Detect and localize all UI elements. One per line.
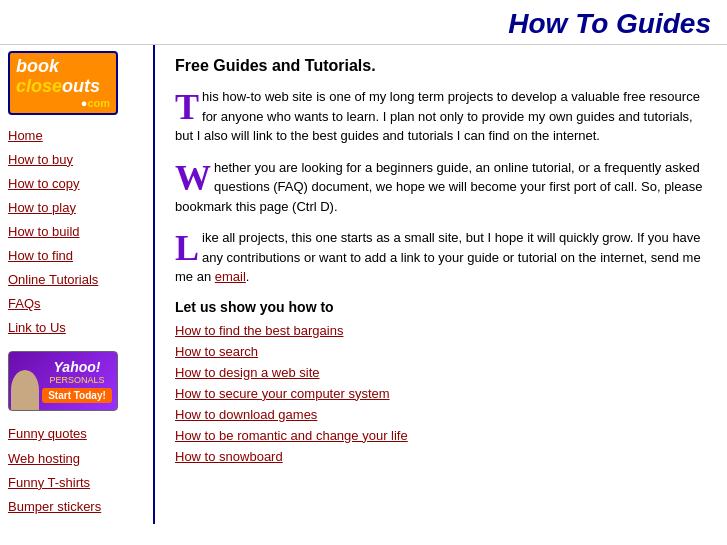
sidebar-link-home[interactable]: Home [8, 125, 145, 147]
sidebar-link-find[interactable]: How to find [8, 245, 145, 267]
guide-link-4[interactable]: How to download games [175, 407, 707, 422]
dropcap-1: T [175, 89, 199, 125]
paragraph-1: T his how-to web site is one of my long … [175, 87, 707, 146]
guide-link-6[interactable]: How to snowboard [175, 449, 707, 464]
sidebar-link-linkto[interactable]: Link to Us [8, 317, 145, 339]
yahoo-sub: PERSONALS [49, 375, 104, 385]
para1-text: his how-to web site is one of my long te… [175, 89, 700, 143]
sidebar-link-tshirts[interactable]: Funny T-shirts [8, 472, 145, 494]
guide-link-2[interactable]: How to design a web site [175, 365, 707, 380]
para3-end: . [246, 269, 250, 284]
dropcap-2: W [175, 160, 211, 196]
page-header: How To Guides [0, 0, 727, 45]
sidebar: book closeouts ●com Home How to buy How … [0, 45, 155, 524]
page-title: How To Guides [0, 8, 711, 40]
logo: book closeouts ●com [8, 51, 118, 115]
yahoo-banner[interactable]: Yahoo! PERSONALS Start Today! [8, 351, 118, 411]
sidebar-link-build[interactable]: How to build [8, 221, 145, 243]
sidebar-link-faqs[interactable]: FAQs [8, 293, 145, 315]
guide-link-5[interactable]: How to be romantic and change your life [175, 428, 707, 443]
logo-dotcom: ●com [16, 97, 110, 109]
guide-link-3[interactable]: How to secure your computer system [175, 386, 707, 401]
sidebar-link-quotes[interactable]: Funny quotes [8, 423, 145, 445]
yahoo-person-image [11, 370, 39, 410]
main-content: Free Guides and Tutorials. T his how-to … [155, 45, 727, 524]
layout: book closeouts ●com Home How to buy How … [0, 45, 727, 524]
logo-text: book closeouts [16, 57, 110, 97]
sidebar-link-hosting[interactable]: Web hosting [8, 448, 145, 470]
main-heading: Free Guides and Tutorials. [175, 57, 707, 75]
dropcap-3: L [175, 230, 199, 266]
email-link[interactable]: email [215, 269, 246, 284]
guide-link-0[interactable]: How to find the best bargains [175, 323, 707, 338]
section-title: Let us show you how to [175, 299, 707, 315]
para2-text: hether you are looking for a beginners g… [175, 160, 702, 214]
yahoo-start-button[interactable]: Start Today! [42, 388, 112, 403]
paragraph-2: W hether you are looking for a beginners… [175, 158, 707, 217]
guide-link-1[interactable]: How to search [175, 344, 707, 359]
sidebar-link-bumper[interactable]: Bumper stickers [8, 496, 145, 518]
sidebar-link-tutorials[interactable]: Online Tutorials [8, 269, 145, 291]
yahoo-logo: Yahoo! [54, 359, 101, 375]
sidebar-link-copy[interactable]: How to copy [8, 173, 145, 195]
paragraph-3: L ike all projects, this one starts as a… [175, 228, 707, 287]
sidebar-link-play[interactable]: How to play [8, 197, 145, 219]
sidebar-link-buy[interactable]: How to buy [8, 149, 145, 171]
para3-text: ike all projects, this one starts as a s… [175, 230, 701, 284]
